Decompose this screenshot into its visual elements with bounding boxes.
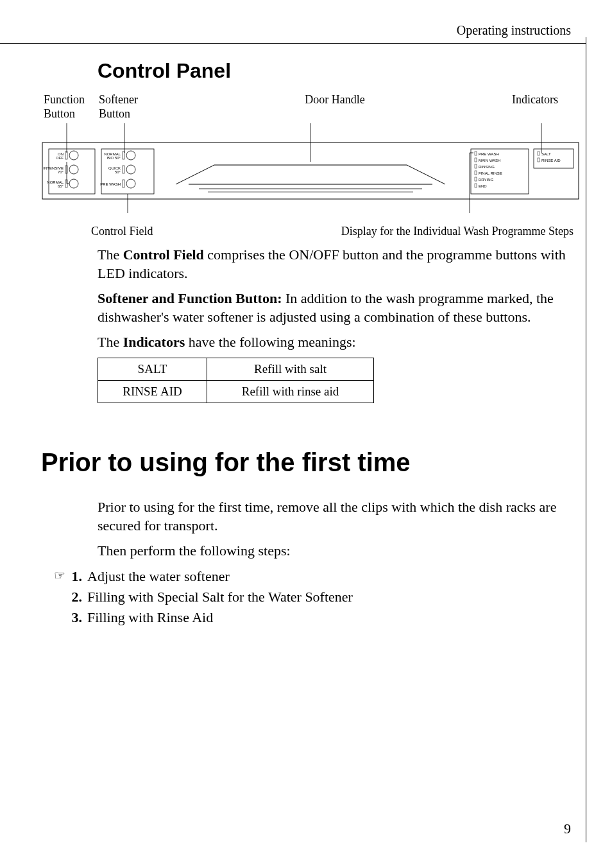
indicator-table: SALT Refill with salt RINSE AID Refill w…: [98, 358, 374, 403]
btn-prewash: PRE WASH: [100, 182, 121, 186]
step-row: 3. Filling with Rinse Aid: [41, 607, 571, 628]
svg-text:FINAL RINSE: FINAL RINSE: [479, 171, 502, 175]
svg-text:DRYING: DRYING: [479, 178, 494, 182]
indicator-salt-rinse: SALT RINSE AID: [538, 152, 561, 162]
label-door-handle: Door Handle: [290, 93, 380, 121]
section-title: Control Panel: [98, 59, 571, 83]
svg-text:PRE WASH: PRE WASH: [479, 152, 499, 156]
svg-point-8: [69, 151, 78, 160]
step-text: Filling with Special Salt for the Water …: [85, 587, 353, 607]
indicator-steps-list: PRE WASH MAIN WASH RINSING FINAL RINSE D…: [475, 152, 502, 188]
label-indicators: Indicators: [509, 93, 580, 121]
right-margin-rule: [586, 37, 586, 842]
svg-text:RINSE AID: RINSE AID: [541, 159, 561, 162]
main-content: Prior to using for the first time, remov…: [98, 498, 571, 560]
svg-point-14: [69, 179, 78, 188]
step-number: 2.: [68, 587, 85, 607]
svg-text:OFF: OFF: [56, 156, 64, 160]
svg-rect-10: [65, 166, 67, 173]
svg-rect-30: [475, 158, 477, 162]
step-text: Adjust the water softener: [85, 566, 230, 587]
svg-text:65°: 65°: [58, 184, 64, 188]
running-header: Operating instructions: [41, 23, 571, 43]
finger-icon: [41, 587, 68, 607]
svg-rect-20: [123, 166, 124, 173]
svg-text:END: END: [479, 184, 487, 188]
paragraph-indicators: The Indicators have the following meanin…: [98, 333, 571, 351]
table-row: SALT Refill with salt: [98, 358, 374, 380]
finger-icon: ☞: [41, 566, 68, 587]
page-number: 9: [564, 820, 571, 837]
header-rule: [0, 43, 586, 44]
svg-rect-22: [123, 180, 124, 187]
step-row: ☞ 1. Adjust the water softener: [41, 566, 571, 587]
label-display-steps: Display for the Individual Wash Programm…: [341, 225, 574, 239]
table-cell-label: SALT: [98, 358, 207, 380]
table-cell-meaning: Refill with salt: [207, 358, 374, 380]
label-control-field: Control Field: [91, 225, 153, 239]
svg-rect-43: [538, 158, 540, 162]
step-number: 3.: [68, 607, 85, 628]
paragraph-control-field: The Control Field comprises the ON/OFF b…: [98, 245, 571, 282]
table-row: RINSE AID Refill with rinse aid: [98, 380, 374, 403]
finger-icon: [41, 607, 68, 628]
svg-rect-7: [65, 152, 67, 159]
step-number: 1.: [68, 566, 85, 587]
svg-text:SALT: SALT: [541, 152, 551, 156]
svg-rect-28: [475, 152, 477, 155]
label-softener-button: Softener Button: [96, 93, 160, 121]
table-cell-meaning: Refill with rinse aid: [207, 380, 374, 403]
svg-point-11: [69, 165, 78, 174]
control-panel-diagram: Function Button Softener Button Door Han…: [41, 93, 580, 239]
main-title: Prior to using for the first time: [41, 448, 571, 477]
intro-1: Prior to using for the first time, remov…: [98, 498, 571, 535]
svg-text:MAIN WASH: MAIN WASH: [479, 159, 500, 162]
svg-point-23: [126, 179, 135, 188]
paragraph-softener-function: Softener and Function Button: In additio…: [98, 289, 571, 326]
svg-text:70°: 70°: [58, 170, 64, 174]
diagram-top-labels: Function Button Softener Button Door Han…: [41, 93, 580, 121]
steps-list: ☞ 1. Adjust the water softener 2. Fillin…: [41, 566, 571, 628]
svg-rect-34: [475, 171, 477, 175]
step-row: 2. Filling with Special Salt for the Wat…: [41, 587, 571, 607]
diagram-svg: ON OFF INTENSIVE 70° NORMAL 65° NORMAL B…: [41, 123, 580, 220]
svg-rect-17: [123, 152, 124, 159]
diagram-bottom-labels: Control Field Display for the Individual…: [41, 225, 580, 239]
table-cell-label: RINSE AID: [98, 380, 207, 403]
svg-point-18: [126, 151, 135, 160]
step-text: Filling with Rinse Aid: [85, 607, 213, 628]
svg-rect-32: [475, 164, 477, 168]
intro-2: Then perform the following steps:: [98, 541, 571, 560]
svg-text:50°: 50°: [115, 170, 121, 174]
svg-rect-36: [475, 177, 477, 181]
svg-rect-38: [475, 184, 477, 187]
svg-text:RINSING: RINSING: [479, 165, 495, 169]
svg-text:BIO 50°: BIO 50°: [107, 156, 121, 160]
page: Operating instructions Control Panel Fun…: [0, 0, 612, 628]
svg-point-21: [126, 165, 135, 174]
content-column: Control Panel Function Button Softener B…: [98, 59, 571, 403]
svg-rect-41: [538, 152, 540, 155]
label-function-button: Function Button: [41, 93, 96, 121]
